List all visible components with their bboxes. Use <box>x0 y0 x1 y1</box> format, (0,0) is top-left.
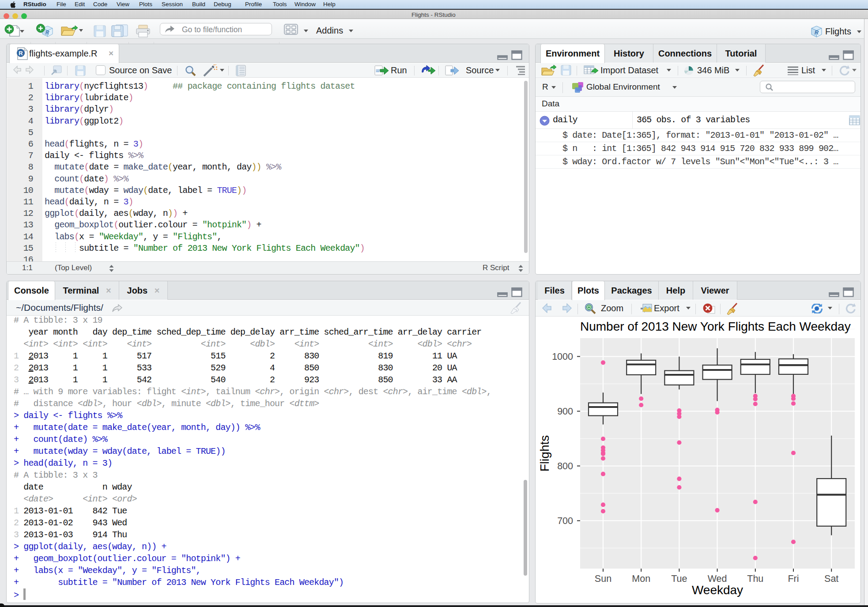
svg-text:800: 800 <box>557 461 573 471</box>
svg-text:Wed: Wed <box>708 573 727 584</box>
svg-text:R: R <box>815 29 819 36</box>
svg-text:Sun: Sun <box>595 573 611 584</box>
svg-text:R: R <box>19 50 23 57</box>
svg-text:1000: 1000 <box>552 351 573 362</box>
svg-text:Mon: Mon <box>632 573 650 584</box>
svg-text:900: 900 <box>557 406 573 417</box>
svg-text:Flights: Flights <box>538 435 551 471</box>
svg-text:700: 700 <box>557 516 573 526</box>
svg-text:R: R <box>45 30 49 36</box>
svg-text:Tue: Tue <box>671 573 687 584</box>
svg-text:Weekday: Weekday <box>692 583 743 597</box>
svg-text:Number of 2013 New York Flight: Number of 2013 New York Flights Each Wee… <box>580 320 851 333</box>
svg-text:Thu: Thu <box>747 573 763 584</box>
svg-text:Sat: Sat <box>824 573 838 584</box>
svg-text:Fri: Fri <box>788 573 799 584</box>
